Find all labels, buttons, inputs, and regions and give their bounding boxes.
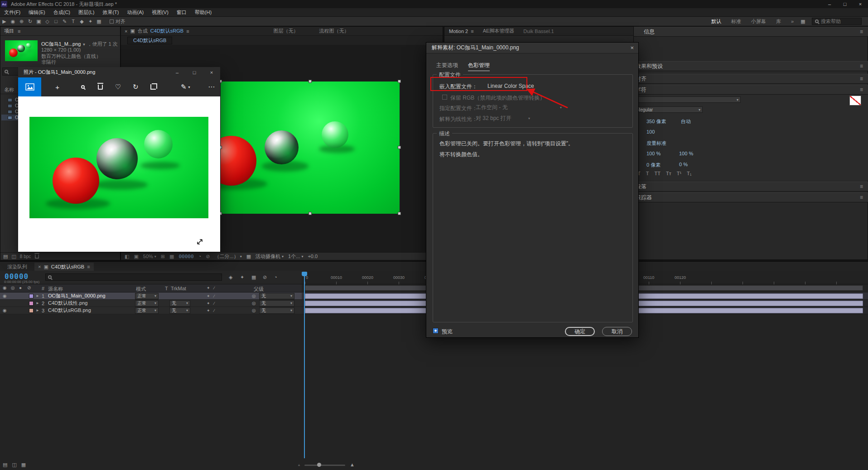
pen-tool-icon[interactable]: ✎: [60, 17, 69, 25]
motion-blur-icon[interactable]: ⊘: [263, 274, 267, 280]
composition-tab-name[interactable]: C4D默认sRGB: [150, 28, 183, 34]
parent-dropdown[interactable]: 无 ▾: [259, 307, 294, 314]
roi-icon[interactable]: ▦: [246, 254, 251, 259]
eye-icon[interactable]: ◉: [3, 308, 7, 313]
panel-menu-icon[interactable]: ≡: [18, 29, 20, 34]
selected-footage-name[interactable]: OC伽马1_M...png: [41, 41, 81, 47]
snapshot-icon[interactable]: ◧: [125, 254, 129, 259]
mask-toggle-icon[interactable]: ▦: [169, 254, 174, 259]
minimize-button[interactable]: –: [822, 0, 837, 8]
twirl-icon[interactable]: ►: [36, 308, 39, 312]
camera-dropdown[interactable]: 活动摄像机 ▾: [256, 253, 284, 260]
linear-light-dropdown[interactable]: 对 32 bpc 打开 ▾: [476, 115, 530, 122]
parent-dropdown[interactable]: 无 ▾: [259, 293, 294, 299]
project-column-name[interactable]: 名称: [4, 86, 14, 93]
draw-button[interactable]: ✎ ▾: [174, 77, 197, 96]
panel-menu-icon[interactable]: ≡: [471, 29, 473, 34]
twirl-icon[interactable]: ►: [36, 294, 39, 298]
exposure-value[interactable]: +0.0: [308, 254, 318, 259]
delete-button[interactable]: [92, 77, 110, 96]
panel-menu-icon[interactable]: ≡: [186, 29, 189, 34]
panel-menu-icon[interactable]: ≡: [860, 86, 863, 93]
pick-whip-icon[interactable]: ◎: [252, 308, 256, 313]
dialog-title-bar[interactable]: 解释素材: OC伽马1_Main_0000.png ×: [426, 43, 638, 53]
timeline-zoom-knob[interactable]: [317, 463, 321, 467]
pick-whip-icon[interactable]: ◎: [252, 293, 256, 298]
pick-whip-icon[interactable]: ◎: [252, 301, 256, 306]
close-button[interactable]: ×: [853, 0, 868, 8]
effects-presets-panel-header[interactable]: 效果和预设 ≡: [634, 61, 868, 71]
tab-duik-bassel[interactable]: Duik Bassel.1: [523, 29, 554, 34]
exposure-icon[interactable]: ◔: [198, 254, 202, 259]
project-list-view-icon[interactable]: ▤: [3, 254, 8, 259]
help-search-field[interactable]: 搜索帮助: [812, 18, 862, 25]
quality-icon[interactable]: ✦: [207, 301, 210, 306]
timeline-comp-tab[interactable]: × ▣ C4D默认sRGB ≡: [34, 263, 94, 271]
faux-italic-button[interactable]: T: [646, 171, 649, 176]
fullscreen-expand-icon[interactable]: [196, 238, 204, 246]
quality-slash-icon[interactable]: ∕: [214, 301, 215, 306]
parent-dropdown[interactable]: 无 ▾: [259, 300, 294, 307]
layer-row-1[interactable]: ◉ ► 1 OC伽马1_Main_0000.png 正常 ▾ ✦ ∕ ◎ 无 ▾: [0, 293, 302, 300]
label-chip[interactable]: [29, 308, 34, 313]
fill-color-swatch[interactable]: [849, 96, 861, 106]
eye-icon[interactable]: ◉: [3, 293, 7, 298]
quality-icon[interactable]: ✦: [207, 308, 210, 313]
vertical-scale-value[interactable]: 100 %: [646, 151, 661, 156]
tab-ae-script-manager[interactable]: AE脚本管理器: [483, 28, 515, 34]
superscript-button[interactable]: T¹: [677, 171, 681, 176]
menu-animation[interactable]: 动画(A): [123, 9, 148, 16]
workspace-tab-small-screen[interactable]: 小屏幕: [746, 18, 771, 25]
align-panel-header[interactable]: 对齐 ≡: [634, 74, 868, 84]
maximize-button[interactable]: □: [837, 0, 853, 8]
layer-viewer-tab[interactable]: 图层（无）: [274, 28, 299, 34]
show-snapshot-icon[interactable]: ▣: [134, 254, 138, 259]
panel-menu-icon[interactable]: ≡: [860, 76, 863, 82]
draft-3d-icon[interactable]: ✦: [240, 274, 244, 280]
trkmat-dropdown[interactable]: 无 ▾: [169, 307, 190, 314]
puppet-tool-icon[interactable]: ✦: [86, 17, 95, 25]
channel-icon[interactable]: ⊘: [206, 254, 210, 259]
trash-icon[interactable]: [35, 254, 39, 259]
layer-name[interactable]: OC伽马1_Main_0000.png: [48, 293, 106, 299]
tab-motion2[interactable]: Motion 2: [449, 29, 468, 34]
kerning-value[interactable]: 度量标准: [646, 140, 666, 147]
project-bit-depth[interactable]: 8 bpc: [20, 254, 31, 259]
workspace-grid-icon[interactable]: ▦: [799, 17, 807, 25]
tracking-value[interactable]: 100: [646, 129, 655, 134]
cancel-button[interactable]: 取消: [602, 327, 632, 336]
zoom-out-mountain-icon[interactable]: ▵: [298, 463, 300, 467]
horizontal-scale-value[interactable]: 100 %: [679, 151, 693, 156]
menu-file[interactable]: 文件(F): [0, 9, 24, 16]
subscript-button[interactable]: T₁: [687, 171, 691, 176]
mode-dropdown[interactable]: 正常 ▾: [135, 293, 159, 299]
composition-subtab[interactable]: C4D默认sRGB: [127, 37, 172, 44]
current-time-indicator-handle[interactable]: [302, 272, 307, 276]
mode-dropdown[interactable]: 正常 ▾: [135, 307, 159, 314]
label-chip[interactable]: [29, 294, 34, 298]
tab-main-options[interactable]: 主要选项: [436, 62, 458, 69]
workspace-tab-library[interactable]: 库: [771, 18, 786, 25]
menu-window[interactable]: 窗口: [173, 9, 191, 16]
layer-name[interactable]: C4D默认线性.png: [48, 300, 87, 307]
footage-caret-icon[interactable]: ▼: [82, 43, 86, 47]
composition-image[interactable]: [221, 82, 400, 214]
workspace-tab-standard[interactable]: 标准: [726, 18, 746, 25]
baseline-shift-value[interactable]: 0 像素: [646, 162, 661, 168]
brush-tool-icon[interactable]: ◆: [77, 17, 86, 25]
tab-color-management[interactable]: 色彩管理: [468, 62, 490, 71]
snap-checkbox[interactable]: [110, 19, 114, 24]
camera-tool-icon[interactable]: ▣: [34, 17, 43, 25]
project-panel-tab[interactable]: 项目: [0, 28, 14, 34]
crop-button[interactable]: [145, 77, 162, 96]
panel-menu-icon[interactable]: ≡: [860, 194, 863, 201]
close-icon[interactable]: ×: [38, 264, 41, 269]
zoom-dropdown[interactable]: 50% ▾: [143, 254, 156, 259]
proportional-spacing-value[interactable]: 0 %: [679, 162, 688, 167]
workspace-tab-default[interactable]: 默认: [706, 18, 726, 25]
timeline-search-field[interactable]: [45, 273, 222, 281]
leading-value[interactable]: 自动: [681, 118, 691, 125]
menu-layer[interactable]: 图层(L): [74, 9, 98, 16]
panel-menu-icon[interactable]: ≡: [860, 63, 863, 69]
selection-handle[interactable]: [309, 212, 312, 215]
